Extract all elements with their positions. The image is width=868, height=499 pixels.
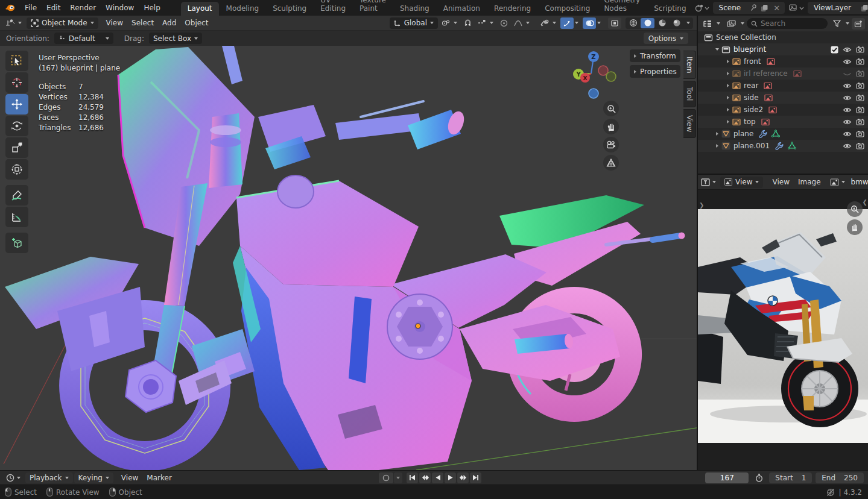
outliner-row[interactable]: top (698, 116, 868, 128)
topbar-menu-item[interactable]: Help (139, 0, 165, 16)
workspace-tab[interactable]: Compositing (538, 2, 597, 16)
outliner-row[interactable]: irl reference (698, 67, 868, 80)
outliner-row[interactable]: plane (698, 128, 868, 140)
orientation-default-dropdown[interactable]: Default (54, 33, 113, 44)
pan-hand-icon[interactable] (603, 119, 619, 134)
workspace-tab[interactable]: UV Editing (314, 0, 352, 16)
expand-chevron-icon[interactable] (727, 60, 729, 63)
topbar-menu-item[interactable]: Window (101, 0, 139, 16)
editor-type-dropdown[interactable] (18, 22, 22, 24)
sidebar-tab[interactable]: Item (683, 51, 696, 79)
hide-eye-icon[interactable] (843, 83, 852, 89)
stopwatch-icon[interactable] (752, 472, 765, 483)
pivot-dropdown[interactable] (454, 22, 457, 24)
outliner-row[interactable]: Scene Collection (698, 31, 868, 43)
disable-render-camera-icon[interactable] (856, 70, 864, 77)
auto-keying-record-icon[interactable] (379, 472, 393, 483)
search-input[interactable] (761, 19, 803, 28)
filter-dropdown[interactable] (846, 22, 849, 25)
pivot-point-button[interactable] (439, 17, 452, 29)
image-editor-type-dropdown[interactable] (712, 181, 716, 183)
scale-tool-icon[interactable] (5, 137, 28, 158)
add-cube-tool-icon[interactable] (5, 233, 28, 253)
next-keyframe-button[interactable] (457, 472, 469, 483)
transform-tool-icon[interactable] (5, 159, 28, 180)
camera-view-icon[interactable] (603, 137, 619, 152)
pin-icon[interactable] (750, 4, 757, 11)
workspace-tab[interactable]: Rendering (487, 2, 537, 16)
blender-logo-icon[interactable] (5, 3, 15, 13)
image-pan-hand-icon[interactable] (847, 219, 863, 235)
expand-chevron-icon[interactable] (716, 144, 718, 148)
shading-material-button[interactable] (655, 18, 669, 28)
workspace-tab[interactable]: Animation (437, 2, 487, 16)
falloff-curve-icon[interactable] (512, 17, 525, 29)
exclude-checkbox[interactable] (831, 46, 838, 54)
expand-chevron-icon[interactable] (727, 84, 729, 87)
viewport-menu-item[interactable]: Select (127, 19, 158, 27)
timeline-menu-item[interactable]: Marker (142, 474, 176, 482)
sidebar-tab[interactable]: Tool (683, 81, 696, 107)
workspace-tab[interactable]: Texture Paint (353, 0, 393, 16)
image-name[interactable]: bmw (847, 178, 868, 186)
editor-type-timeline-icon[interactable] (4, 472, 17, 483)
snap-dropdown[interactable] (490, 22, 493, 24)
auto-keying-dropdown[interactable] (394, 472, 402, 483)
image-mode-dropdown[interactable]: View (720, 177, 763, 188)
viewport-menu-item[interactable]: Object (180, 19, 212, 27)
display-mode-icon[interactable] (725, 18, 738, 30)
viewlayer-selector[interactable]: ViewLayer ✕ (808, 2, 868, 14)
outliner-row[interactable]: side (698, 92, 868, 104)
disable-render-camera-icon[interactable] (856, 142, 864, 149)
start-frame-field[interactable]: Start 1 (769, 472, 812, 483)
disable-render-camera-icon[interactable] (856, 82, 864, 89)
visibility-eye-icon[interactable] (538, 17, 551, 29)
toggle-orthographic-grid-icon[interactable] (603, 155, 619, 171)
mode-selector[interactable]: Object Mode (27, 17, 98, 29)
workspace-tab[interactable]: Geometry Nodes (597, 0, 647, 16)
shading-dropdown[interactable] (684, 18, 692, 28)
expand-chevron-icon[interactable] (716, 132, 718, 136)
zoom-magnifier-icon[interactable] (603, 101, 619, 116)
disable-render-camera-icon[interactable] (856, 106, 864, 113)
region-expand-right-icon[interactable]: ❮ (863, 199, 867, 206)
filter-funnel-icon[interactable] (830, 18, 843, 30)
disable-render-camera-icon[interactable] (856, 58, 864, 65)
end-frame-field[interactable]: End 250 (816, 472, 864, 483)
transform-orientation[interactable]: Global (390, 17, 438, 29)
reference-photo-bmw-motorcycle[interactable] (698, 209, 868, 443)
select-box-tool-icon[interactable] (5, 51, 28, 71)
outliner-type-dropdown[interactable] (717, 22, 720, 25)
unlink-scene-icon[interactable]: ✕ (772, 4, 781, 13)
outliner-row[interactable]: rear (698, 80, 868, 92)
editor-type-image-icon[interactable] (701, 177, 710, 188)
playback-dropdown[interactable]: Playback (25, 472, 73, 483)
drag-mode-dropdown[interactable]: Select Box (149, 33, 202, 44)
workspace-tab[interactable]: Sculpting (266, 2, 313, 16)
timeline-menu-item[interactable]: View (117, 474, 142, 482)
engine-cover[interactable] (387, 294, 452, 359)
disable-render-camera-icon[interactable] (856, 46, 864, 53)
viewport-menu-item[interactable]: Add (158, 19, 180, 27)
editor-type-outliner-icon[interactable] (701, 18, 714, 30)
shading-wireframe-button[interactable] (626, 18, 640, 28)
properties-panel-collapsed[interactable]: Properties (630, 65, 680, 78)
new-collection-icon[interactable] (852, 18, 865, 30)
gizmo-minus-z-axis[interactable] (589, 89, 598, 98)
outliner-row[interactable]: front (698, 55, 868, 67)
visibility-dropdown[interactable] (553, 22, 556, 24)
hide-eye-icon[interactable] (843, 46, 852, 53)
options-dropdown[interactable]: Options (644, 33, 688, 44)
overlays-toggle-button[interactable] (583, 17, 596, 29)
overlays-dropdown[interactable] (597, 22, 601, 24)
scene-selector[interactable]: Scene ✕ (713, 2, 785, 14)
workspace-tab[interactable]: Scripting (647, 2, 692, 16)
gizmo-toggle-button[interactable] (560, 17, 574, 29)
disable-render-camera-icon[interactable] (856, 94, 864, 101)
shading-solid-button[interactable] (641, 18, 654, 28)
hide-eye-icon[interactable] (843, 143, 852, 149)
move-tool-icon[interactable] (5, 94, 28, 115)
image-editor-menu-item[interactable]: View (768, 178, 793, 186)
workspace-tab[interactable]: Shading (393, 2, 436, 16)
outliner-row[interactable]: blueprint (698, 43, 868, 55)
